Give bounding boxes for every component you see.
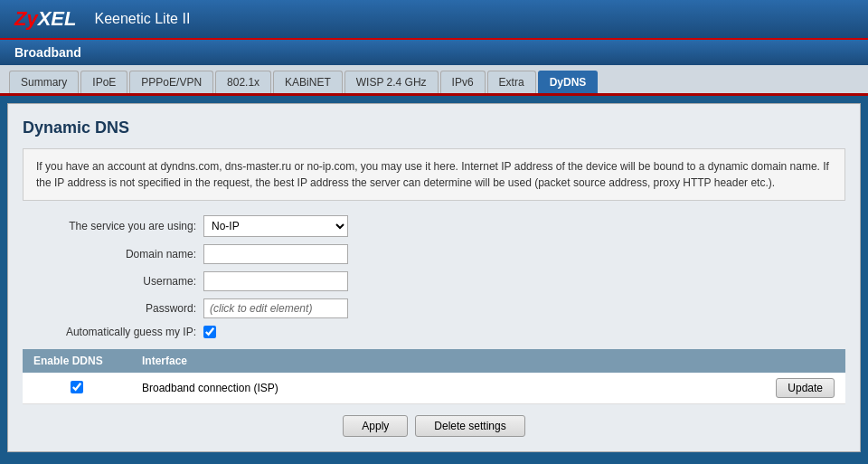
tab-pppoe-vpn[interactable]: PPPoE/VPN: [129, 71, 213, 93]
interface-cell: Broadband connection (ISP): [131, 373, 605, 404]
service-select[interactable]: No-IP DynDNS dns-master.ru: [203, 215, 348, 237]
page-title: Dynamic DNS: [23, 118, 845, 137]
tab-summary[interactable]: Summary: [9, 71, 79, 93]
password-row: Password:: [23, 298, 845, 318]
tab-extra[interactable]: Extra: [487, 71, 536, 93]
tabs-container: Summary IPoE PPPoE/VPN 802.1x KABiNET WI…: [0, 65, 868, 96]
auto-ip-label: Automatically guess my IP:: [23, 326, 203, 338]
enable-ddns-cell: [23, 373, 131, 404]
service-row: The service you are using: No-IP DynDNS …: [23, 215, 845, 237]
logo-xel: XEL: [38, 7, 77, 30]
header: ZyXEL Keenetic Lite II: [0, 0, 868, 40]
username-label: Username:: [23, 275, 203, 288]
tab-dydns[interactable]: DyDNS: [538, 71, 599, 93]
content-area: Dynamic DNS If you have an account at dy…: [7, 103, 861, 452]
domain-label: Domain name:: [23, 248, 203, 260]
auto-ip-row: Automatically guess my IP:: [23, 326, 845, 338]
logo: ZyXEL: [14, 7, 76, 31]
tab-wisp[interactable]: WISP 2.4 GHz: [344, 71, 439, 93]
auto-ip-checkbox[interactable]: [203, 326, 216, 338]
action-buttons: Apply Delete settings: [23, 415, 845, 437]
ddns-table: Enable DDNS Interface Broadband connecti…: [23, 349, 845, 404]
update-button[interactable]: Update: [776, 378, 835, 398]
product-name: Keenetic Lite II: [94, 11, 190, 27]
service-label: The service you are using:: [23, 220, 203, 232]
apply-button[interactable]: Apply: [343, 415, 408, 437]
password-label: Password:: [23, 302, 203, 315]
domain-input[interactable]: [203, 244, 348, 264]
username-input[interactable]: [203, 271, 348, 291]
info-text: If you have an account at dyndns.com, dn…: [36, 160, 829, 189]
info-box: If you have an account at dyndns.com, dn…: [23, 148, 845, 201]
table-header-row: Enable DDNS Interface: [23, 349, 845, 373]
domain-row: Domain name:: [23, 244, 845, 264]
col-enable-ddns: Enable DDNS: [23, 349, 131, 373]
tab-ipv6[interactable]: IPv6: [440, 71, 486, 93]
table-row: Broadband connection (ISP) Update: [23, 373, 845, 404]
logo-zy: Zy: [14, 7, 38, 30]
col-interface: Interface: [131, 349, 605, 373]
breadcrumb-bar: Broadband: [0, 40, 868, 65]
username-row: Username:: [23, 271, 845, 291]
col-action: [605, 349, 845, 373]
password-input[interactable]: [203, 298, 348, 318]
update-cell: Update: [605, 373, 845, 404]
tab-802-1x[interactable]: 802.1x: [215, 71, 271, 93]
ddns-enable-checkbox[interactable]: [71, 381, 83, 393]
breadcrumb: Broadband: [14, 45, 81, 60]
tab-kabinet[interactable]: KABiNET: [273, 71, 343, 93]
delete-button[interactable]: Delete settings: [415, 415, 524, 437]
tab-ipoe[interactable]: IPoE: [80, 71, 127, 93]
